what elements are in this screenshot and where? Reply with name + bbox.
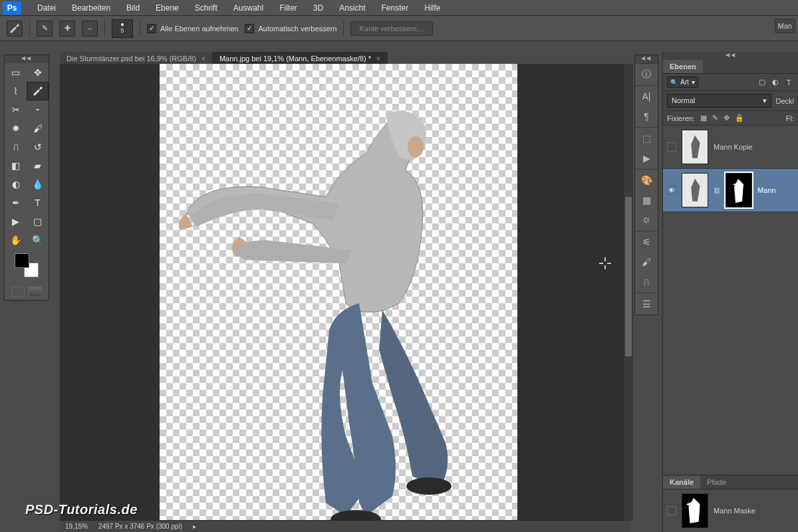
tools-panel: ◀◀ ▭ ✥ ⌇ ✂ ⁃ ✹ 🖌 ⎍ ↺ ◧ ▰ ◐ 💧 ✒ T ▶ ▢ ✋ 🔍 — [4, 55, 49, 301]
type-tool-icon[interactable]: T — [27, 194, 49, 212]
layer-name[interactable]: Mann — [757, 186, 776, 194]
brush-settings-icon[interactable]: ⚟ — [640, 235, 653, 249]
brushes-panel-icon[interactable]: 🖌 — [640, 255, 653, 269]
path-selection-tool-icon[interactable]: ▶ — [5, 212, 27, 231]
refine-edge-button[interactable]: Kante verbessern… — [350, 21, 432, 36]
menu-help[interactable]: Hilfe — [416, 0, 448, 16]
opt-new-selection-icon[interactable]: ✎ — [37, 21, 53, 37]
scrollbar-grip[interactable] — [625, 197, 632, 356]
document-tab[interactable]: Mann.jpg bei 19,1% (Mann, Ebenenmaske/8)… — [213, 52, 388, 65]
foreground-color-swatch[interactable] — [15, 253, 29, 268]
lock-label: Fixieren: — [667, 114, 695, 122]
color-panel-icon[interactable]: 🎨 — [640, 174, 653, 187]
zoom-tool-icon[interactable]: 🔍 — [27, 231, 49, 249]
channels-tab[interactable]: Kanäle — [663, 475, 700, 489]
brush-preset-picker[interactable]: 5 — [112, 19, 133, 38]
blur-tool-icon[interactable]: 💧 — [27, 175, 49, 194]
adjustments-panel-icon[interactable]: ⛭ — [640, 213, 653, 227]
zoom-level[interactable]: 19,15% — [65, 523, 88, 530]
close-icon[interactable]: × — [376, 55, 380, 63]
brush-size-value: 5 — [120, 27, 124, 34]
history-brush-tool-icon[interactable]: ↺ — [27, 138, 49, 156]
marquee-tool-icon[interactable]: ▭ — [5, 63, 27, 82]
collapse-handle[interactable]: ◀◀ — [5, 55, 49, 63]
eyedropper-tool-icon[interactable]: ⁃ — [27, 100, 49, 119]
actions-panel-icon[interactable]: ▶ — [640, 152, 653, 165]
layer-row[interactable]: Mann Kopie — [663, 126, 798, 169]
pen-tool-icon[interactable]: ✒ — [5, 194, 27, 212]
layer-name[interactable]: Mann Kopie — [714, 143, 753, 151]
standard-mode-icon[interactable] — [11, 287, 25, 297]
checkbox-auto-enhance[interactable]: ✓ Automatisch verbessern — [245, 24, 336, 33]
hand-tool-icon[interactable]: ✋ — [5, 231, 27, 249]
chevron-down-icon: ▾ — [763, 96, 767, 105]
filter-adjust-icon[interactable]: ◐ — [770, 77, 781, 88]
app-logo: Ps — [3, 1, 21, 15]
collapse-handle[interactable]: ◀◀ — [663, 52, 798, 60]
crop-tool-icon[interactable]: ✂ — [5, 100, 27, 119]
opt-add-selection-icon[interactable]: ✚ — [59, 21, 75, 37]
character-panel-icon[interactable]: A| — [640, 90, 653, 103]
layer-thumbnail[interactable] — [682, 130, 708, 164]
lock-transparency-icon[interactable]: ▦ — [700, 114, 707, 122]
brush-tool-icon[interactable]: 🖌 — [27, 119, 49, 138]
visibility-toggle[interactable] — [667, 506, 676, 515]
menu-file[interactable]: Datei — [29, 0, 64, 16]
channel-name[interactable]: Mann Maske — [714, 507, 755, 515]
vertical-scrollbar[interactable] — [624, 64, 633, 520]
filter-pixel-icon[interactable]: ▢ — [757, 77, 767, 88]
menu-select[interactable]: Auswahl — [225, 0, 271, 16]
channel-row[interactable]: Mann Maske — [663, 489, 798, 532]
gradient-tool-icon[interactable]: ▰ — [27, 156, 49, 175]
lasso-tool-icon[interactable]: ⌇ — [5, 82, 27, 100]
menu-edit[interactable]: Bearbeiten — [64, 0, 118, 16]
checkbox-sample-all-layers[interactable]: ✓ Alle Ebenen aufnehmen — [147, 24, 238, 33]
layer-filter-kind[interactable]: 🔍 Art ▾ — [667, 76, 698, 88]
clone-stamp-tool-icon[interactable]: ⎍ — [5, 138, 27, 156]
paragraph-panel-icon[interactable]: ¶ — [640, 110, 653, 123]
properties-panel-icon[interactable]: ☰ — [640, 297, 653, 311]
layers-tab[interactable]: Ebenen — [663, 60, 703, 73]
truncated-right-button[interactable]: Man — [775, 19, 795, 33]
active-tool-icon[interactable] — [7, 21, 23, 37]
eraser-tool-icon[interactable]: ◧ — [5, 156, 27, 175]
channel-thumbnail[interactable] — [682, 493, 708, 528]
lock-all-icon[interactable]: 🔒 — [735, 114, 744, 122]
layer-row[interactable]: 👁 ⛓ Mann — [663, 169, 798, 212]
menu-type[interactable]: Schrift — [187, 0, 225, 16]
close-icon[interactable]: × — [201, 55, 205, 63]
healing-brush-tool-icon[interactable]: ✹ — [5, 119, 27, 138]
color-swatches — [5, 249, 49, 284]
visibility-toggle[interactable]: 👁 — [667, 186, 676, 195]
menu-3d[interactable]: 3D — [305, 0, 331, 16]
mask-link-icon[interactable]: ⛓ — [714, 187, 720, 194]
menu-view[interactable]: Ansicht — [331, 0, 373, 16]
visibility-toggle[interactable] — [667, 142, 676, 152]
layer-mask-thumbnail[interactable] — [726, 173, 752, 207]
quick-selection-tool-icon[interactable] — [27, 82, 49, 100]
styles-panel-icon[interactable]: ⬚ — [640, 132, 653, 145]
dodge-tool-icon[interactable]: ◐ — [5, 175, 27, 194]
menu-layer[interactable]: Ebene — [148, 0, 187, 16]
blend-mode-select[interactable]: Normal ▾ — [667, 94, 771, 108]
menu-filter[interactable]: Filter — [271, 0, 305, 16]
shape-tool-icon[interactable]: ▢ — [27, 212, 49, 231]
info-panel-icon[interactable]: ⓘ — [640, 68, 653, 81]
menu-window[interactable]: Fenster — [374, 0, 417, 16]
quickmask-mode-icon[interactable] — [29, 287, 42, 297]
opt-subtract-selection-icon[interactable]: − — [82, 21, 98, 37]
collapse-handle[interactable]: ◀◀ — [635, 55, 658, 63]
document-tab[interactable]: Die Sturmtänzer.psd bei 16,9% (RGB/8) × — [60, 52, 213, 65]
clone-source-icon[interactable]: ⎍ — [640, 275, 653, 289]
layer-thumbnail[interactable] — [682, 173, 708, 207]
move-tool-icon[interactable]: ✥ — [27, 63, 49, 82]
lock-pixels-icon[interactable]: ✎ — [712, 114, 718, 122]
document-dimensions[interactable]: 2497 Px x 3746 Px (300 ppi) — [98, 523, 182, 530]
swatches-panel-icon[interactable]: ▦ — [640, 194, 653, 207]
document-canvas[interactable] — [160, 64, 517, 520]
status-chevron-icon[interactable]: ▸ — [193, 523, 196, 530]
paths-tab[interactable]: Pfade — [700, 475, 733, 489]
lock-position-icon[interactable]: ✥ — [724, 114, 730, 122]
filter-type-icon[interactable]: T — [783, 77, 794, 88]
menu-image[interactable]: Bild — [118, 0, 148, 16]
